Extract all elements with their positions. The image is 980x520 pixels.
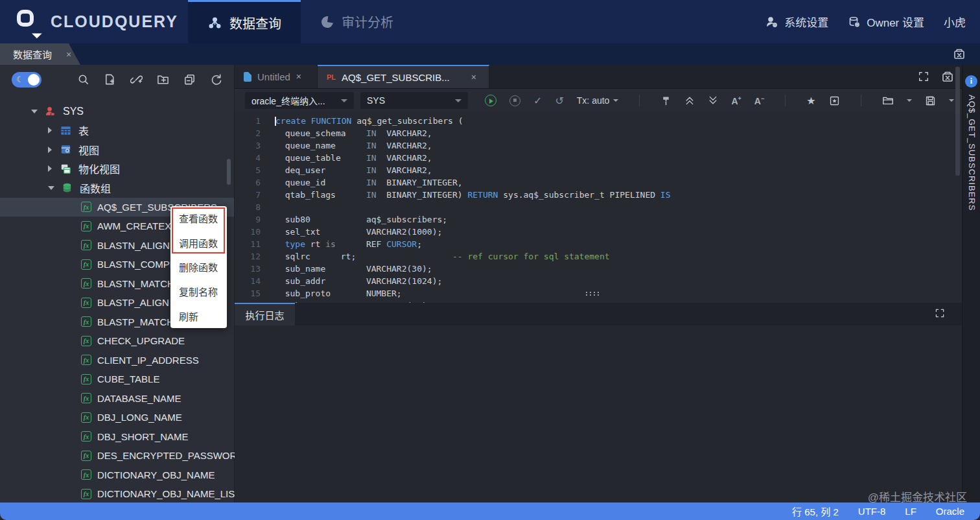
chevron-down-icon[interactable] bbox=[907, 99, 912, 102]
tx-mode-select[interactable]: Tx: auto bbox=[577, 95, 619, 106]
close-all-tabs-button[interactable] bbox=[953, 48, 966, 63]
tree-function-item[interactable]: fxDBJ_LONG_NAME bbox=[0, 408, 234, 427]
line-number: 8 bbox=[235, 201, 261, 213]
function-icon: fx bbox=[81, 298, 91, 308]
user-menu[interactable]: 小虎 bbox=[944, 14, 966, 30]
tree-group-materialized-views[interactable]: 物化视图 bbox=[0, 160, 234, 179]
tree-function-item[interactable]: fxDBJ_SHORT_NAME bbox=[0, 427, 234, 447]
function-icon: fx bbox=[81, 336, 91, 346]
nav-tab-data-query[interactable]: 数据查询 bbox=[188, 0, 301, 43]
collapse-all-icon[interactable] bbox=[684, 95, 695, 106]
tree-group-functions[interactable]: 函数组 bbox=[0, 178, 234, 198]
schema-user-icon bbox=[44, 105, 56, 117]
close-icon[interactable]: × bbox=[66, 49, 71, 60]
tree-function-item[interactable]: fxDES_ENCRYPTED_PASSWOR bbox=[0, 446, 234, 466]
cursor-position: 行 65, 列 2 bbox=[792, 504, 839, 518]
encoding[interactable]: UTF-8 bbox=[858, 506, 886, 517]
function-label: CLIENT_IP_ADDRESS bbox=[97, 355, 199, 366]
code-editor[interactable]: 1create FUNCTION aq$_get_subscribers (2 … bbox=[235, 112, 955, 303]
context-menu-item[interactable]: 刷新 bbox=[170, 303, 227, 328]
saved-snippets-icon[interactable] bbox=[829, 95, 840, 106]
code-line: 6 queue_id IN BINARY_INTEGER, bbox=[235, 176, 955, 189]
format-sql-icon[interactable] bbox=[660, 95, 671, 106]
close-icon[interactable]: × bbox=[296, 71, 301, 82]
undo-icon[interactable]: ↺ bbox=[555, 95, 563, 107]
line-ending[interactable]: LF bbox=[905, 506, 916, 517]
editor-tab-function[interactable]: PL AQ$_GET_SUBSCRIB... × bbox=[318, 65, 489, 88]
workspace-tab-data-query[interactable]: 数据查询 × bbox=[0, 43, 80, 65]
function-label: DBJ_LONG_NAME bbox=[97, 412, 182, 423]
editor-scrollbar[interactable] bbox=[955, 67, 960, 176]
schema-label: SYS bbox=[63, 106, 84, 117]
function-label: CUBE_TABLE bbox=[97, 373, 159, 384]
nav-tab-audit-analysis[interactable]: 审计分析 bbox=[301, 0, 413, 43]
editor-tab-untitled[interactable]: Untitled × bbox=[235, 65, 318, 88]
annotation-highlight-box bbox=[172, 207, 225, 254]
chevron-down-icon[interactable] bbox=[949, 99, 954, 102]
tree-group-views[interactable]: 视图 bbox=[0, 140, 234, 160]
connection-select[interactable]: oracle_终端纳入... bbox=[245, 92, 354, 109]
tree-function-item[interactable]: fxDICTIONARY_OBJ_NAME_LIS bbox=[0, 484, 234, 504]
new-file-icon[interactable] bbox=[104, 73, 116, 86]
editor-toolbar: oracle_终端纳入... SYS ✓ ↺ Tx: auto bbox=[235, 89, 962, 112]
chevron-down-icon[interactable] bbox=[31, 110, 38, 113]
system-settings-button[interactable]: 系统设置 bbox=[765, 14, 828, 30]
execution-log-tab[interactable]: 执行日志 bbox=[235, 303, 295, 325]
tree-function-item[interactable]: fxDICTIONARY_OBJ_NAME bbox=[0, 466, 234, 485]
refresh-icon[interactable] bbox=[210, 73, 222, 86]
tree-function-item[interactable]: fxCHECK_UPGRADE bbox=[0, 331, 234, 351]
owner-settings-label: Owner 设置 bbox=[867, 14, 924, 30]
function-label: AWM_CREATEXD bbox=[97, 220, 178, 231]
box-close-icon[interactable] bbox=[941, 71, 954, 83]
panel-fullscreen-button[interactable] bbox=[935, 308, 962, 321]
new-connection-icon[interactable] bbox=[130, 73, 143, 86]
schema-select[interactable]: SYS bbox=[360, 92, 468, 109]
info-icon[interactable]: i bbox=[965, 75, 977, 88]
code-line: 5 deq_user IN VARCHAR2, bbox=[235, 164, 955, 176]
context-menu-item[interactable]: 复制名称 bbox=[170, 279, 227, 304]
tree-schema-node[interactable]: SYS bbox=[0, 102, 234, 121]
owner-settings-button[interactable]: Owner 设置 bbox=[848, 14, 924, 30]
tree-function-item[interactable]: fxCLIENT_IP_ADDRESS bbox=[0, 351, 234, 370]
tree-function-item[interactable]: fxCUBE_TABLE bbox=[0, 370, 234, 389]
theme-toggle[interactable]: ☾ bbox=[12, 72, 41, 88]
watermark: @稀土掘金技术社区 bbox=[868, 488, 967, 504]
new-folder-icon[interactable] bbox=[157, 73, 169, 86]
copy-icon[interactable] bbox=[183, 73, 196, 86]
function-label: DBJ_SHORT_NAME bbox=[97, 431, 189, 442]
context-menu-item[interactable]: 删除函数 bbox=[170, 255, 227, 279]
username-label: 小虎 bbox=[944, 14, 966, 30]
save-icon[interactable] bbox=[925, 95, 936, 106]
pie-chart-icon bbox=[320, 15, 334, 29]
stop-button[interactable] bbox=[509, 95, 520, 106]
app-logo: CLOUDQUERY bbox=[16, 8, 178, 34]
search-icon[interactable] bbox=[77, 73, 89, 86]
font-decrease-button[interactable]: A− bbox=[754, 95, 764, 106]
chevron-right-icon[interactable] bbox=[48, 147, 52, 153]
code-line: 10 sel_txt VARCHAR2(1000); bbox=[235, 226, 955, 238]
code-line: 11 type rt is REF CURSOR; bbox=[235, 238, 955, 250]
code-line: 3 queue_name IN VARCHAR2, bbox=[235, 139, 955, 152]
chevron-right-icon[interactable] bbox=[48, 165, 52, 172]
sql-dialect[interactable]: Oracle bbox=[936, 506, 964, 517]
share-network-icon bbox=[207, 16, 222, 30]
editor-tab-label: AQ$_GET_SUBSCRIB... bbox=[342, 72, 450, 83]
sidebar-scrollbar[interactable] bbox=[227, 159, 231, 185]
close-icon[interactable]: × bbox=[471, 72, 476, 82]
run-button[interactable] bbox=[485, 95, 496, 106]
open-file-icon[interactable] bbox=[882, 95, 894, 106]
chevron-down-icon[interactable] bbox=[48, 186, 54, 190]
fullscreen-icon[interactable] bbox=[918, 71, 929, 82]
chevron-right-icon[interactable] bbox=[48, 127, 52, 134]
function-icon: fx bbox=[81, 412, 91, 423]
group-label: 视图 bbox=[78, 142, 99, 158]
function-label: DES_ENCRYPTED_PASSWOR bbox=[97, 450, 237, 461]
check-icon[interactable]: ✓ bbox=[533, 95, 542, 107]
tree-function-item[interactable]: fxDATABASE_NAME bbox=[0, 389, 234, 408]
favorite-icon[interactable]: ★ bbox=[806, 95, 815, 107]
font-increase-button[interactable]: A+ bbox=[731, 95, 741, 106]
expand-all-icon[interactable] bbox=[708, 95, 718, 106]
code-line: 7 qtab_flags IN BINARY_INTEGER) RETURN s… bbox=[235, 189, 955, 201]
tree-group-tables[interactable]: 表 bbox=[0, 121, 234, 141]
panel-resize-grip[interactable] bbox=[585, 291, 600, 296]
